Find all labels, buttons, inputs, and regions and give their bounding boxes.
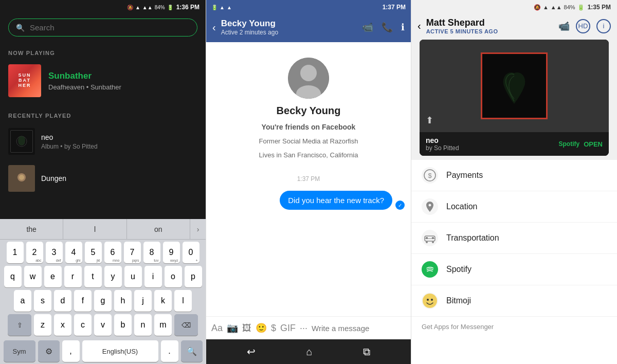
key-c[interactable]: c xyxy=(74,314,92,336)
compose-more-icon[interactable]: ··· xyxy=(300,323,307,334)
key-p[interactable]: p xyxy=(185,266,202,287)
detail-info-icon[interactable]: i xyxy=(596,19,611,33)
key-v[interactable]: v xyxy=(94,314,112,336)
key-x[interactable]: x xyxy=(54,314,71,336)
key-w[interactable]: w xyxy=(24,266,42,287)
word-suggestion-the[interactable]: the xyxy=(0,219,63,239)
compose-input[interactable] xyxy=(312,324,409,333)
messenger-header-icons: 📹 📞 ℹ xyxy=(362,22,405,33)
word-suggestion-on[interactable]: on xyxy=(127,219,190,239)
key-d[interactable]: d xyxy=(54,290,71,312)
key-q[interactable]: q xyxy=(4,266,22,287)
shift-key[interactable]: ⇧ xyxy=(8,314,31,336)
key-o[interactable]: o xyxy=(165,266,182,287)
search-input[interactable] xyxy=(30,23,190,32)
key-i[interactable]: i xyxy=(144,266,162,287)
comma-key[interactable]: , xyxy=(62,340,80,362)
key-9[interactable]: 9wxyz xyxy=(163,242,180,263)
key-2[interactable]: 2abc xyxy=(26,242,43,263)
contact-avatar xyxy=(288,58,329,99)
compose-photo-icon[interactable]: 🖼 xyxy=(242,323,251,334)
period-key[interactable]: . xyxy=(161,340,178,362)
info-icon[interactable]: ℹ xyxy=(401,22,405,33)
now-playing-subtitle: Deafheaven • Sunbather xyxy=(48,83,121,91)
key-h[interactable]: h xyxy=(114,290,132,312)
key-y[interactable]: y xyxy=(104,266,122,287)
message-bubble: Did you hear the new track? xyxy=(280,191,392,210)
detail-phone-icon[interactable]: HD xyxy=(576,19,590,33)
nav-home-button[interactable]: ⌂ xyxy=(306,346,312,358)
settings-key[interactable]: ⚙ xyxy=(38,340,60,362)
compose-emoji-icon[interactable]: 🙂 xyxy=(256,322,267,334)
key-g[interactable]: g xyxy=(94,290,112,312)
word-suggestion-l[interactable]: l xyxy=(63,219,126,239)
key-m[interactable]: m xyxy=(154,314,172,336)
svg-point-15 xyxy=(432,241,434,243)
key-s[interactable]: s xyxy=(34,290,51,312)
key-7[interactable]: 7pqrs xyxy=(124,242,141,263)
key-l[interactable]: l xyxy=(174,290,192,312)
key-f[interactable]: f xyxy=(74,290,92,312)
spotify-panel: 🔕 ▲ ▲▲ 84% 🔋 1:36 PM 🔍 NOW PLAYING SUNBA… xyxy=(0,0,206,364)
space-key[interactable]: English(US) xyxy=(82,340,158,362)
key-u[interactable]: u xyxy=(124,266,142,287)
transportation-menu-item[interactable]: Transportation xyxy=(411,223,617,254)
zxcv-row: ⇧ z x c v b n m ⌫ xyxy=(2,314,204,336)
svg-point-16 xyxy=(425,264,435,275)
search-bar[interactable]: 🔍 xyxy=(8,19,197,37)
nav-recents-button[interactable]: ⧉ xyxy=(363,346,370,358)
suggestions-chevron[interactable]: › xyxy=(190,219,206,239)
detail-contact-name: Matt Shepard xyxy=(426,17,553,28)
key-e[interactable]: e xyxy=(44,266,62,287)
compose-aa-icon[interactable]: Aa xyxy=(211,323,223,334)
key-z[interactable]: z xyxy=(34,314,51,336)
messenger-nav-bar: ↩ ⌂ ⧉ xyxy=(206,339,411,364)
keyboard-search-key[interactable]: 🔍 xyxy=(181,340,203,362)
now-playing-card[interactable]: SUNBATHER Sunbather Deafheaven • Sunbath… xyxy=(0,60,206,105)
key-n[interactable]: n xyxy=(134,314,152,336)
location-menu-item[interactable]: Location xyxy=(411,191,617,223)
compose-gif-icon[interactable]: GIF xyxy=(280,323,296,334)
battery-icon-d: 🔋 xyxy=(577,4,585,11)
bitmoji-menu-item[interactable]: Bitmoji xyxy=(411,285,617,317)
key-b[interactable]: b xyxy=(114,314,132,336)
sym-key[interactable]: Sym xyxy=(4,340,35,362)
spotify-menu-item[interactable]: Spotify xyxy=(411,254,617,285)
key-3[interactable]: 3def xyxy=(46,242,63,263)
detail-back-button[interactable]: ‹ xyxy=(418,20,421,32)
compose-dollar-icon[interactable]: $ xyxy=(271,323,276,334)
phone-call-icon[interactable]: 📞 xyxy=(382,22,393,33)
detail-video-icon[interactable]: 📹 xyxy=(558,21,570,32)
messenger-time: 1:37 PM xyxy=(383,4,406,11)
list-item[interactable]: neo Album • by So Pitted xyxy=(0,123,206,160)
key-1[interactable]: 1 xyxy=(7,242,24,263)
key-j[interactable]: j xyxy=(134,290,152,312)
spotify-card[interactable]: ⬆ neo by So Pitted Spotify OPEN xyxy=(420,40,609,156)
svg-point-19 xyxy=(431,299,433,301)
key-t[interactable]: t xyxy=(84,266,102,287)
share-icon[interactable]: ⬆ xyxy=(426,115,433,126)
payments-menu-item[interactable]: $ Payments xyxy=(411,160,617,191)
key-k[interactable]: k xyxy=(154,290,172,312)
nav-back-button[interactable]: ↩ xyxy=(247,345,256,358)
key-8[interactable]: 8tuv xyxy=(143,242,160,263)
backspace-key[interactable]: ⌫ xyxy=(174,314,198,336)
open-spotify-button[interactable]: OPEN xyxy=(584,140,603,148)
key-6[interactable]: 6mno xyxy=(104,242,121,263)
key-a[interactable]: a xyxy=(14,290,31,312)
spotify-time: 1:36 PM xyxy=(176,4,199,11)
now-playing-info: Sunbather Deafheaven • Sunbather xyxy=(48,71,121,91)
messenger-back-button[interactable]: ‹ xyxy=(212,22,216,33)
sunbather-album-art: SUNBATHER xyxy=(8,64,41,97)
key-r[interactable]: r xyxy=(64,266,82,287)
key-0[interactable]: 0+ xyxy=(183,242,199,263)
key-4[interactable]: 4ghi xyxy=(65,242,82,263)
detail-contact-status: ACTIVE 5 MINUTES AGO xyxy=(426,28,553,34)
detail-status-icons: 🔕 ▲ ▲▲ 84% 🔋 xyxy=(534,4,585,11)
list-item[interactable]: Dungen xyxy=(0,160,206,197)
keyboard: the l on › 1 2abc 3def 4ghi 5jkl 6mno 7p… xyxy=(0,219,206,364)
key-5[interactable]: 5jkl xyxy=(85,242,102,263)
video-call-icon[interactable]: 📹 xyxy=(362,22,373,33)
compose-camera-icon[interactable]: 📷 xyxy=(227,322,238,334)
status-icons-spotify: 🔕 ▲ ▲▲ 84% 🔋 xyxy=(127,5,173,10)
